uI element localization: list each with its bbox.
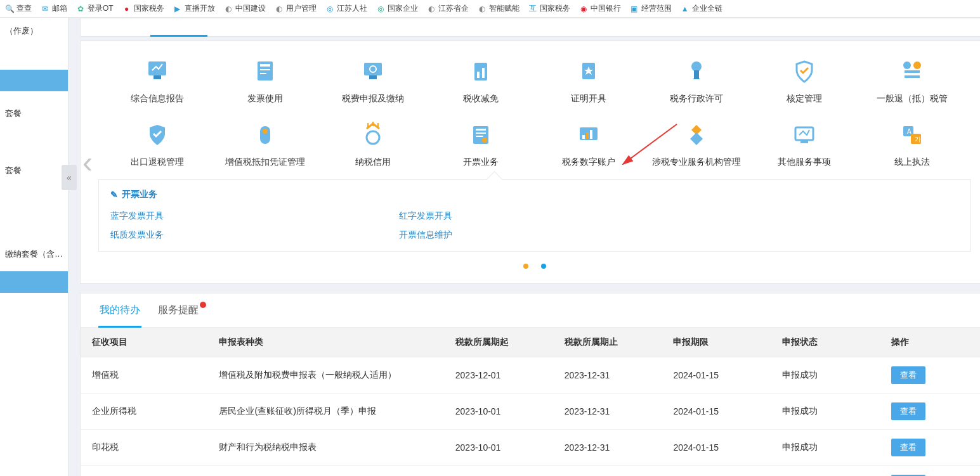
tab-service-remind-label: 服务提醒 bbox=[158, 304, 199, 315]
view-button[interactable]: 查看 bbox=[891, 402, 925, 420]
carousel-dot-1[interactable] bbox=[523, 264, 528, 269]
svg-rect-1 bbox=[154, 75, 161, 79]
svg-rect-33 bbox=[582, 135, 585, 139]
services-row-1: 综合信息报告发票使用税费申报及缴纳税收减免证明开具税务行政许可核定管理一般退（抵… bbox=[81, 53, 980, 116]
bookmark-9[interactable]: ◐江苏省企 bbox=[424, 2, 471, 15]
cell-end: 2023-12-31 bbox=[553, 394, 662, 430]
bookmark-7[interactable]: ◎江苏人社 bbox=[323, 2, 370, 15]
table-row: （适用执行小企业会计准则…财务报表月（季)申报（适用执行小企业会计准则的企业）2… bbox=[81, 466, 980, 477]
invoice-icon bbox=[467, 121, 495, 149]
service-report[interactable]: 综合信息报告 bbox=[103, 58, 211, 105]
vat-icon bbox=[251, 121, 279, 149]
declare-icon bbox=[359, 58, 387, 86]
service-reduce[interactable]: 税收减免 bbox=[427, 58, 535, 105]
favicon-icon: ◐ bbox=[478, 4, 487, 13]
service-vat[interactable]: 增值税抵扣凭证管理 bbox=[211, 121, 319, 168]
svg-point-14 bbox=[691, 61, 702, 72]
cell-status: 申报成功 bbox=[771, 394, 880, 430]
todo-tabs: 我的待办 服务提醒 bbox=[81, 293, 980, 328]
cert-icon bbox=[575, 58, 603, 86]
service-permit[interactable]: 税务行政许可 bbox=[643, 58, 750, 105]
favicon-icon: ◐ bbox=[224, 4, 233, 13]
bookmark-6[interactable]: ◐用户管理 bbox=[272, 2, 319, 15]
sidebar-collapse-button[interactable]: « bbox=[62, 165, 77, 190]
sub-link-1[interactable]: 红字发票开具 bbox=[399, 207, 688, 226]
carousel-dot-2[interactable] bbox=[541, 264, 546, 269]
other-icon bbox=[790, 121, 818, 149]
service-other[interactable]: 其他服务事项 bbox=[750, 121, 858, 168]
service-digital[interactable]: 税务数字账户 bbox=[535, 121, 643, 168]
cell-deadline: 2024-01-15 bbox=[662, 430, 771, 466]
cell-start: 2023-10-01 bbox=[444, 430, 553, 466]
cell-end: 2023-12-31 bbox=[553, 466, 662, 477]
carousel-dots bbox=[81, 252, 980, 272]
bookmark-5[interactable]: ◐中国建设 bbox=[221, 2, 268, 15]
cell-type: 增值税及附加税费申报表（一般纳税人适用） bbox=[207, 357, 443, 394]
bookmark-label: 国家税务 bbox=[540, 3, 570, 14]
view-button[interactable]: 查看 bbox=[891, 366, 925, 384]
favicon-icon: ● bbox=[122, 4, 131, 13]
bookmark-3[interactable]: ●国家税务 bbox=[120, 2, 167, 15]
view-button[interactable]: 查看 bbox=[891, 439, 925, 456]
service-export[interactable]: 出口退税管理 bbox=[103, 121, 211, 168]
favicon-icon: ▲ bbox=[681, 4, 689, 13]
sub-link-2[interactable]: 纸质发票业务 bbox=[110, 226, 399, 245]
favicon-icon: ◎ bbox=[376, 4, 385, 13]
bookmark-2[interactable]: ✿登录OT bbox=[74, 2, 116, 15]
sidebar-item-selected-1[interactable] bbox=[0, 70, 68, 91]
sidebar-item-4[interactable]: 缴纳套餐（含… bbox=[0, 241, 68, 267]
bookmark-11[interactable]: 互国家税务 bbox=[526, 2, 573, 15]
table-row: 印花税财产和行为税纳税申报表2023-10-012023-12-312024-0… bbox=[81, 430, 980, 466]
sidebar-item-2[interactable]: 套餐 bbox=[0, 100, 68, 127]
favicon-icon: ◎ bbox=[325, 4, 334, 13]
favicon-icon: ✉ bbox=[41, 4, 49, 13]
service-label: 其他服务事项 bbox=[750, 157, 858, 168]
svg-rect-30 bbox=[476, 136, 483, 137]
service-law[interactable]: A가线上执法 bbox=[858, 121, 966, 168]
favicon-icon: ◉ bbox=[579, 4, 588, 13]
carousel-prev-button[interactable]: ‹ bbox=[77, 143, 98, 181]
svg-rect-19 bbox=[905, 70, 920, 73]
sub-link-3[interactable]: 开票信息维护 bbox=[399, 226, 688, 245]
service-credit[interactable]: 纳税信用 bbox=[319, 121, 427, 168]
bookmark-14[interactable]: ▲企业全链 bbox=[678, 2, 725, 15]
service-invoice[interactable]: 开票业务 bbox=[427, 121, 535, 168]
service-declare[interactable]: 税费申报及缴纳 bbox=[319, 58, 427, 105]
sidebar-item-0[interactable]: （作废） bbox=[0, 18, 68, 44]
service-cert[interactable]: 证明开具 bbox=[535, 58, 643, 105]
cell-end: 2023-12-31 bbox=[553, 430, 662, 466]
bookmark-10[interactable]: ◐智能赋能 bbox=[475, 2, 522, 15]
cell-status: 申报成功 bbox=[771, 430, 880, 466]
bookmark-bar: 🔍查查✉邮箱✿登录OT●国家税务▶直播开放◐中国建设◐用户管理◎江苏人社◎国家企… bbox=[0, 0, 980, 18]
bookmark-1[interactable]: ✉邮箱 bbox=[38, 2, 70, 15]
cell-deadline: 2024-01-15 bbox=[662, 466, 771, 477]
th-action: 操作 bbox=[880, 328, 980, 357]
svg-point-23 bbox=[367, 131, 379, 144]
bookmark-4[interactable]: ▶直播开放 bbox=[171, 2, 218, 15]
favicon-icon: ◐ bbox=[427, 4, 436, 13]
sidebar-item-selected-2[interactable] bbox=[0, 271, 68, 293]
edit-icon: ✎ bbox=[110, 190, 118, 200]
bookmark-label: 江苏省企 bbox=[438, 3, 469, 14]
service-label: 综合信息报告 bbox=[103, 93, 211, 105]
sidebar-item-3[interactable]: 套餐 bbox=[0, 157, 68, 184]
bookmark-12[interactable]: ◉中国银行 bbox=[577, 2, 624, 15]
tab-my-todo[interactable]: 我的待办 bbox=[91, 293, 149, 327]
service-label: 税务行政许可 bbox=[643, 93, 750, 105]
bookmark-8[interactable]: ◎国家企业 bbox=[374, 2, 421, 15]
svg-rect-4 bbox=[260, 69, 270, 70]
svg-rect-35 bbox=[590, 130, 592, 139]
service-refund[interactable]: 一般退（抵）税管 bbox=[858, 58, 966, 105]
tab-service-remind[interactable]: 服务提醒 bbox=[149, 293, 214, 327]
service-shield[interactable]: 核定管理 bbox=[750, 58, 858, 105]
svg-rect-7 bbox=[369, 75, 377, 79]
bookmark-13[interactable]: ▣经营范围 bbox=[627, 2, 674, 15]
bookmark-0[interactable]: 🔍查查 bbox=[3, 2, 34, 15]
service-label: 线上执法 bbox=[858, 157, 966, 168]
svg-text:A: A bbox=[907, 128, 911, 135]
sub-link-0[interactable]: 蓝字发票开具 bbox=[110, 207, 399, 226]
notification-dot bbox=[200, 302, 206, 308]
service-pro[interactable]: 涉税专业服务机构管理 bbox=[643, 121, 750, 168]
th-project: 征收项目 bbox=[81, 328, 207, 357]
service-invoice-use[interactable]: 发票使用 bbox=[211, 58, 319, 105]
